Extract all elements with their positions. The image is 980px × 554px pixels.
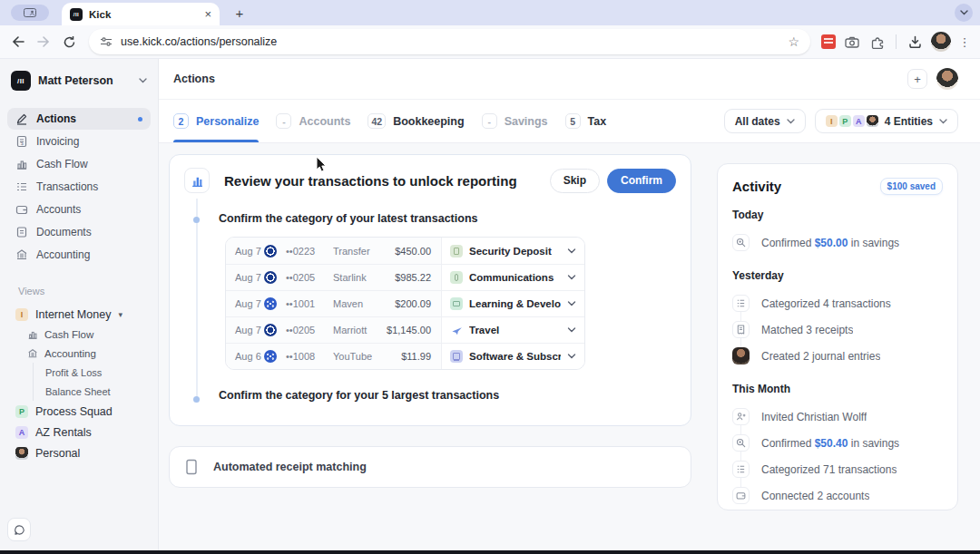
back-icon[interactable] xyxy=(9,33,27,51)
tx-date: Aug 7 xyxy=(226,246,264,257)
category-select[interactable]: Software & Subscriptions xyxy=(441,344,584,369)
sidebar-nav: Actions $ Invoicing Cash Flow Transactio… xyxy=(0,101,158,266)
category-learning-icon xyxy=(450,297,463,310)
kick-logo: /II xyxy=(11,71,31,91)
tab-bookkeeping[interactable]: 42 Bookkeeping xyxy=(368,100,464,142)
view-item-az-rentals[interactable]: A AZ Rentals xyxy=(7,422,151,442)
bar-chart-icon xyxy=(27,329,38,340)
view-subitem-accounting[interactable]: Accounting xyxy=(27,344,151,363)
view-item-personal[interactable]: Personal xyxy=(7,442,151,463)
activity-text: Categorized 4 transactions xyxy=(761,297,891,310)
chevron-down-icon xyxy=(567,275,576,280)
category-select[interactable]: Security Deposit xyxy=(441,238,584,264)
transaction-row: Aug 7 ••0223 Transfer $450.00 Security D… xyxy=(226,238,584,264)
tab-badge: 42 xyxy=(368,113,386,129)
tabstrip-chevron-down-icon[interactable] xyxy=(955,4,973,22)
review-transactions-card: Review your transactions to unlock repor… xyxy=(169,154,691,426)
reload-icon[interactable] xyxy=(60,33,78,51)
tab-personalize[interactable]: 2 Personalize xyxy=(173,100,259,142)
view-subitem-label: Accounting xyxy=(44,348,96,359)
bank-logo-icon xyxy=(264,245,277,258)
sidebar-item-invoicing[interactable]: $ Invoicing xyxy=(7,131,151,152)
browser-toolbar: use.kick.co/actions/personalize ☆ ⋮ xyxy=(0,25,980,59)
category-select[interactable]: Learning & Development xyxy=(441,291,584,316)
receipt-card-title: Automated receipt matching xyxy=(213,461,367,473)
tab-badge: - xyxy=(276,113,291,129)
saved-badge: $100 saved xyxy=(880,178,943,195)
view-subitem-profit-loss[interactable]: Profit & Loss xyxy=(45,363,151,382)
sidebar-item-accounting[interactable]: Accounting xyxy=(7,244,151,266)
tab-search-pill[interactable] xyxy=(11,5,49,21)
extensions-puzzle-icon[interactable] xyxy=(868,33,887,51)
workspace-name: Matt Peterson xyxy=(38,74,132,87)
sidebar-item-accounts[interactable]: Accounts xyxy=(7,199,151,220)
activity-text: Categorized 71 transactions xyxy=(761,463,897,476)
tabs-row: 2 Personalize - Accounts 42 Bookkeeping … xyxy=(159,100,980,143)
chevron-down-icon xyxy=(939,119,947,124)
entities-filter-dropdown[interactable]: I P A 4 Entities xyxy=(815,109,958,133)
url-text[interactable]: use.kick.co/actions/personalize xyxy=(121,35,779,48)
category-select[interactable]: Travel xyxy=(441,317,584,343)
category-select[interactable]: Communications xyxy=(441,265,584,290)
activity-item: Created 2 journal entries xyxy=(732,343,943,369)
url-bar[interactable]: use.kick.co/actions/personalize ☆ xyxy=(89,29,810,54)
transactions-table: Aug 7 ••0223 Transfer $450.00 Security D… xyxy=(225,237,585,370)
bookmark-star-icon[interactable]: ☆ xyxy=(788,34,799,49)
bank-icon xyxy=(15,248,28,261)
category-software-icon xyxy=(450,350,463,363)
bank-logo-icon xyxy=(264,324,277,336)
receipt-phone-icon xyxy=(185,459,198,475)
entity-badge-process-squad: P xyxy=(15,405,28,418)
chat-bubble-icon xyxy=(14,524,25,536)
sidebar-item-cash-flow[interactable]: Cash Flow xyxy=(7,153,151,175)
tab-label: Personalize xyxy=(196,115,259,128)
sidebar-item-label: Actions xyxy=(36,112,76,125)
view-subitem-balance-sheet[interactable]: Balance Sheet xyxy=(45,382,151,401)
browser-menu-icon[interactable]: ⋮ xyxy=(958,35,971,49)
screenshot-camera-icon[interactable] xyxy=(843,33,861,51)
view-subitem-cash-flow[interactable]: Cash Flow xyxy=(27,325,151,344)
workspace-switcher[interactable]: /II Matt Peterson xyxy=(0,61,158,101)
tx-merchant: Maven xyxy=(333,298,372,309)
tab-savings[interactable]: - Savings xyxy=(482,100,548,142)
sidebar-item-actions[interactable]: Actions xyxy=(7,108,151,130)
card-title: Review your transactions to unlock repor… xyxy=(224,173,535,189)
tab-accounts[interactable]: - Accounts xyxy=(276,100,350,142)
browser-tab-kick[interactable]: /II Kick × xyxy=(62,3,220,25)
site-settings-icon[interactable] xyxy=(100,36,113,47)
skip-button[interactable]: Skip xyxy=(550,169,600,193)
view-item-process-squad[interactable]: P Process Squad xyxy=(7,401,151,422)
confirm-button[interactable]: Confirm xyxy=(607,169,676,193)
screen-user-icon xyxy=(24,8,36,17)
wallet-icon xyxy=(732,487,750,504)
user-avatar[interactable] xyxy=(936,68,958,90)
forward-icon[interactable] xyxy=(34,33,53,51)
category-label: Learning & Development xyxy=(469,298,561,309)
notification-dot xyxy=(138,117,142,121)
tab-tax[interactable]: 5 Tax xyxy=(565,100,607,142)
receipt-matching-card[interactable]: Automated receipt matching xyxy=(169,446,691,488)
bar-chart-icon xyxy=(15,158,28,170)
new-tab-button[interactable]: + xyxy=(230,5,249,21)
entity-badge: P xyxy=(839,115,851,127)
svg-text:$: $ xyxy=(21,141,24,146)
sidebar-item-transactions[interactable]: Transactions xyxy=(7,176,151,198)
date-filter-label: All dates xyxy=(735,115,780,128)
chevron-down-icon xyxy=(567,354,576,359)
activity-section-title: Today xyxy=(732,209,943,221)
chat-bubble-button[interactable] xyxy=(7,518,31,541)
view-item-internet-money[interactable]: I Internet Money ▾ xyxy=(7,304,151,325)
sidebar-item-documents[interactable]: Documents xyxy=(7,221,151,243)
close-tab-icon[interactable]: × xyxy=(204,8,211,20)
entity-badge-internet-money: I xyxy=(15,308,28,321)
extension-red-icon[interactable] xyxy=(821,34,836,49)
app-shell: /II Matt Peterson Actions $ Invoicing Ca… xyxy=(0,59,980,550)
actions-icon xyxy=(15,112,28,125)
view-item-label: Process Squad xyxy=(35,405,113,418)
add-button[interactable]: + xyxy=(907,69,927,89)
entity-badge-az-rentals: A xyxy=(15,426,28,439)
date-filter-dropdown[interactable]: All dates xyxy=(724,109,806,133)
downloads-icon[interactable] xyxy=(906,33,924,51)
browser-profile-avatar[interactable] xyxy=(931,32,951,52)
sidebar-item-label: Invoicing xyxy=(36,135,79,148)
